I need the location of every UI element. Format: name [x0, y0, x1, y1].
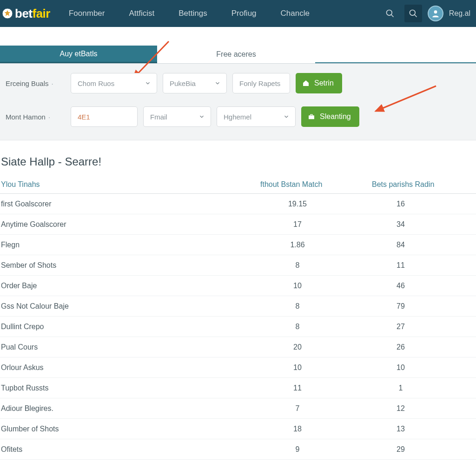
cell-name: Sember of Shots — [0, 261, 260, 270]
cell-name: Anytime Goalscorer — [0, 220, 260, 229]
tab-spacer — [315, 46, 476, 63]
svg-line-3 — [391, 15, 393, 17]
cell-col2: 9 — [260, 445, 372, 454]
table-row[interactable]: Gss Not Calour Baje879 — [0, 296, 476, 317]
filter1-select-3[interactable]: Fonly Rapets — [232, 73, 290, 93]
svg-rect-9 — [309, 115, 314, 119]
table-header: Ylou Tinahs fthout Bstan Match Bets pari… — [0, 178, 476, 194]
chevron-down-icon — [283, 113, 290, 120]
table-row[interactable]: Tupbot Russts111 — [0, 378, 476, 398]
cell-col2: 20 — [260, 343, 372, 351]
filter2-submit-button[interactable]: Sleanting — [301, 106, 359, 127]
cell-col3: 84 — [372, 241, 476, 249]
home-icon — [302, 79, 310, 87]
nav-item-2[interactable]: Bettings — [166, 9, 219, 18]
table-row[interactable]: Glumber of Shots1813 — [0, 419, 476, 439]
th-col2[interactable]: fthout Bstan Match — [260, 180, 372, 189]
cell-col3: 79 — [372, 302, 476, 311]
th-col3[interactable]: Bets parishs Radin — [372, 180, 476, 189]
svg-point-6 — [434, 10, 437, 13]
cell-name: Ofitets — [0, 445, 260, 454]
app-header: betfair Foonmber Attficist Bettings Prof… — [0, 0, 476, 27]
cell-col3: 12 — [372, 404, 476, 413]
briefcase-icon — [308, 113, 315, 120]
cell-col2: 10 — [260, 282, 372, 290]
logo[interactable]: betfair — [0, 7, 57, 21]
cell-col2: 11 — [260, 384, 372, 392]
markets-table: Ylou Tinahs fthout Bstan Match Bets pari… — [0, 178, 476, 460]
cell-name: Pual Cours — [0, 343, 260, 351]
search-icon[interactable] — [381, 5, 399, 22]
filter-row-1: Erceing Buals· Chom Ruos PukeBia Fonly R… — [6, 73, 470, 93]
cell-name: Flegn — [0, 241, 260, 249]
table-row[interactable]: Pual Cours2026 — [0, 337, 476, 357]
nav-item-4[interactable]: Chancle — [269, 9, 322, 18]
section-title: Siate Hallp - Searre! — [0, 140, 476, 178]
chevron-down-icon — [145, 80, 151, 86]
logo-text: betfair — [15, 7, 50, 21]
filter2-select-2[interactable]: Hghemel — [217, 106, 296, 127]
cell-col3: 34 — [372, 220, 476, 229]
table-row[interactable]: Ofitets929 — [0, 439, 476, 460]
table-row[interactable]: Anytime Goalscorer1734 — [0, 214, 476, 235]
cell-col3: 27 — [372, 323, 476, 331]
filter1-select-2[interactable]: PukeBia — [163, 73, 227, 93]
table-row[interactable]: Sember of Shots811 — [0, 255, 476, 276]
avatar[interactable] — [428, 6, 443, 21]
cell-name: Adiour Blegires. — [0, 404, 260, 413]
cell-col2: 19.15 — [260, 200, 372, 208]
primary-nav: Foonmber Attficist Bettings Profiug Chan… — [57, 9, 381, 18]
cell-col3: 16 — [372, 200, 476, 208]
cell-col2: 8 — [260, 261, 372, 270]
cell-name: Order Baje — [0, 282, 260, 290]
cell-col3: 11 — [372, 261, 476, 270]
cell-col2: 10 — [260, 364, 372, 372]
cell-col3: 29 — [372, 445, 476, 454]
th-name[interactable]: Ylou Tinahs — [0, 180, 260, 189]
cell-col2: 18 — [260, 425, 372, 433]
cell-col3: 13 — [372, 425, 476, 433]
cell-name: Tupbot Russts — [0, 384, 260, 392]
filter2-input[interactable] — [71, 106, 138, 127]
cell-col2: 7 — [260, 404, 372, 413]
cell-col2: 1.86 — [260, 241, 372, 249]
tab-secondary[interactable]: Free aceres — [157, 46, 315, 63]
table-row[interactable]: first Goalscorer19.1516 — [0, 194, 476, 214]
nav-item-0[interactable]: Foonmber — [57, 9, 117, 18]
tab-row: Auy etBatls Free aceres — [0, 46, 476, 64]
nav-item-1[interactable]: Attficist — [117, 9, 166, 18]
cell-col2: 17 — [260, 220, 372, 229]
cell-col3: 46 — [372, 282, 476, 290]
cell-name: Dullint Crepo — [0, 323, 260, 331]
svg-point-2 — [386, 10, 392, 16]
table-row[interactable]: Order Baje1046 — [0, 276, 476, 296]
table-row[interactable]: Flegn1.8684 — [0, 235, 476, 255]
filter2-select-1[interactable]: Fmail — [143, 106, 211, 127]
header-actions: Reg.al — [381, 5, 474, 22]
nav-item-3[interactable]: Profiug — [219, 9, 269, 18]
filter-panel: Erceing Buals· Chom Ruos PukeBia Fonly R… — [0, 64, 476, 140]
table-body: first Goalscorer19.1516Anytime Goalscore… — [0, 194, 476, 460]
filter1-submit-button[interactable]: Setrin — [296, 73, 342, 93]
cell-col3: 1 — [372, 384, 476, 392]
table-row[interactable]: Dullint Crepo827 — [0, 317, 476, 337]
filter1-select-1[interactable]: Chom Ruos — [71, 73, 157, 93]
tab-active[interactable]: Auy etBatls — [0, 46, 157, 63]
search-alt-icon[interactable] — [404, 5, 422, 22]
svg-point-4 — [410, 10, 415, 16]
cell-col2: 8 — [260, 323, 372, 331]
chevron-down-icon — [198, 113, 205, 120]
register-link[interactable]: Reg.al — [449, 9, 470, 18]
table-row[interactable]: Orlour Askus1010 — [0, 357, 476, 378]
filter-row-2: Mont Hamon· Fmail Hghemel Sleanting — [6, 106, 470, 127]
cell-name: Glumber of Shots — [0, 425, 260, 433]
logo-icon — [2, 8, 13, 19]
filter1-label: Erceing Buals· — [6, 79, 71, 87]
table-row[interactable]: Adiour Blegires.712 — [0, 398, 476, 419]
filter2-label: Mont Hamon· — [6, 113, 71, 121]
cell-col3: 26 — [372, 343, 476, 351]
chevron-down-icon — [214, 80, 221, 86]
cell-name: first Goalscorer — [0, 200, 260, 208]
cell-name: Gss Not Calour Baje — [0, 302, 260, 311]
cell-name: Orlour Askus — [0, 364, 260, 372]
